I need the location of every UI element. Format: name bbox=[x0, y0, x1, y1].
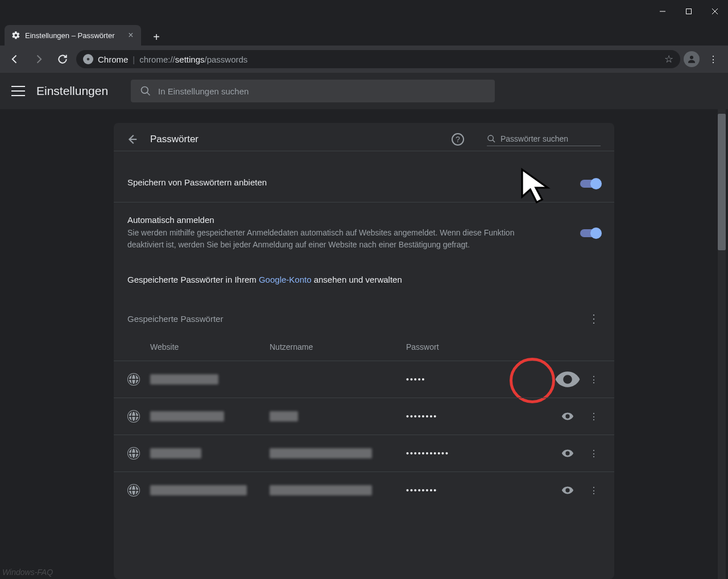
cell-website[interactable] bbox=[150, 485, 270, 495]
window-close-button[interactable] bbox=[702, 0, 728, 23]
svg-point-16 bbox=[565, 377, 570, 382]
cell-username bbox=[270, 411, 406, 421]
content-area: Passwörter ? Passwörter suchen Speichern… bbox=[0, 109, 728, 579]
cell-website[interactable] bbox=[150, 374, 270, 384]
autosignin-row: Automatisch anmelden Sie werden mithilfe… bbox=[114, 202, 614, 263]
show-password-button[interactable] bbox=[560, 482, 576, 498]
tab-strip: Einstellungen – Passwörter × + bbox=[0, 23, 728, 46]
password-row: •••••••• ⋮ bbox=[114, 398, 614, 435]
url-text: chrome://settings/passwords bbox=[139, 55, 247, 64]
globe-icon bbox=[127, 373, 140, 386]
cell-website[interactable] bbox=[150, 448, 270, 458]
browser-menu-button[interactable]: ⋮ bbox=[703, 49, 723, 69]
menu-icon[interactable] bbox=[11, 84, 25, 98]
google-account-link[interactable]: Google-Konto bbox=[259, 275, 312, 284]
svg-point-7 bbox=[142, 87, 148, 94]
help-icon[interactable]: ? bbox=[452, 133, 464, 146]
password-search-input[interactable]: Passwörter suchen bbox=[487, 132, 601, 146]
password-row: •••••••• ⋮ bbox=[114, 472, 614, 508]
show-password-button[interactable] bbox=[560, 445, 576, 461]
scrollbar-thumb[interactable] bbox=[718, 114, 726, 250]
password-table-header: Website Nutzername Passwort bbox=[114, 333, 614, 361]
offer-save-row: Speichern von Passwörtern anbieten bbox=[114, 151, 614, 202]
url-scheme-label: Chrome bbox=[98, 55, 128, 64]
row-menu-button[interactable]: ⋮ bbox=[587, 483, 601, 497]
settings-search-input[interactable]: In Einstellungen suchen bbox=[131, 80, 495, 102]
column-website: Website bbox=[150, 342, 270, 351]
password-search-placeholder: Passwörter suchen bbox=[500, 134, 568, 143]
row-menu-button[interactable]: ⋮ bbox=[587, 410, 601, 423]
search-icon bbox=[487, 134, 496, 143]
svg-line-11 bbox=[493, 140, 495, 142]
settings-app-title: Einstellungen bbox=[36, 84, 108, 98]
card-header: Passwörter ? Passwörter suchen bbox=[114, 123, 614, 151]
globe-icon bbox=[127, 484, 140, 497]
back-button[interactable] bbox=[5, 49, 25, 69]
column-username: Nutzername bbox=[270, 342, 406, 351]
cell-password: •••••••• bbox=[406, 486, 508, 495]
svg-line-8 bbox=[147, 93, 150, 96]
svg-rect-1 bbox=[686, 9, 692, 14]
profile-button[interactable] bbox=[684, 51, 700, 67]
annotation-highlight-circle bbox=[510, 358, 555, 403]
globe-icon bbox=[127, 447, 140, 460]
window-titlebar bbox=[0, 0, 728, 23]
svg-point-24 bbox=[566, 452, 569, 454]
cell-password: ••••• bbox=[406, 375, 508, 384]
back-arrow-button[interactable] bbox=[125, 133, 139, 146]
search-icon bbox=[140, 85, 151, 97]
saved-passwords-title: Gespeicherte Passwörter bbox=[127, 314, 587, 324]
passwords-card: Passwörter ? Passwörter suchen Speichern… bbox=[114, 123, 614, 579]
globe-icon bbox=[127, 410, 140, 423]
autosignin-description: Sie werden mithilfe gespeicherter Anmeld… bbox=[127, 227, 526, 251]
svg-point-28 bbox=[566, 489, 569, 491]
settings-search-placeholder: In Einstellungen suchen bbox=[158, 86, 249, 96]
cell-password: ••••••••••• bbox=[406, 449, 508, 458]
offer-save-label: Speichern von Passwörtern anbieten bbox=[127, 177, 580, 187]
page-title: Passwörter bbox=[150, 134, 198, 145]
chrome-icon bbox=[83, 54, 93, 64]
forward-button[interactable] bbox=[28, 49, 49, 69]
watermark: Windows-FAQ bbox=[2, 568, 53, 577]
saved-passwords-header: Gespeicherte Passwörter ⋮ bbox=[114, 296, 614, 333]
settings-header: Einstellungen In Einstellungen suchen bbox=[0, 73, 728, 109]
password-row: ••••• ⋮ bbox=[114, 361, 614, 398]
row-menu-button[interactable]: ⋮ bbox=[587, 446, 601, 460]
autosignin-toggle[interactable] bbox=[580, 229, 601, 237]
show-password-button[interactable] bbox=[553, 365, 582, 394]
saved-passwords-menu-button[interactable]: ⋮ bbox=[587, 312, 601, 325]
manage-account-row: Gespeicherte Passwörter in Ihrem Google-… bbox=[114, 263, 614, 296]
window-minimize-button[interactable] bbox=[650, 0, 676, 23]
cell-password: •••••••• bbox=[406, 412, 508, 421]
gear-icon bbox=[11, 31, 20, 40]
toolbar: Chrome | chrome://settings/passwords ☆ ⋮ bbox=[0, 46, 728, 73]
column-password: Passwort bbox=[406, 342, 520, 351]
row-menu-button[interactable]: ⋮ bbox=[587, 373, 601, 386]
window-maximize-button[interactable] bbox=[676, 0, 702, 23]
cell-username bbox=[270, 485, 406, 495]
show-password-button[interactable] bbox=[560, 408, 576, 424]
tab-close-button[interactable]: × bbox=[126, 31, 135, 40]
cell-website[interactable] bbox=[150, 411, 270, 421]
cell-username bbox=[270, 448, 406, 458]
address-bar[interactable]: Chrome | chrome://settings/passwords ☆ bbox=[76, 50, 680, 68]
svg-point-6 bbox=[690, 56, 693, 59]
svg-point-20 bbox=[566, 415, 569, 417]
offer-save-toggle[interactable] bbox=[580, 180, 601, 188]
reload-button[interactable] bbox=[52, 49, 73, 69]
svg-point-5 bbox=[87, 58, 90, 61]
tab-title: Einstellungen – Passwörter bbox=[25, 31, 115, 40]
svg-point-10 bbox=[488, 135, 493, 140]
password-row: ••••••••••• ⋮ bbox=[114, 435, 614, 472]
browser-tab[interactable]: Einstellungen – Passwörter × bbox=[5, 25, 141, 46]
autosignin-label: Automatisch anmelden bbox=[127, 215, 580, 225]
bookmark-star-icon[interactable]: ☆ bbox=[664, 53, 673, 65]
new-tab-button[interactable]: + bbox=[148, 28, 165, 46]
